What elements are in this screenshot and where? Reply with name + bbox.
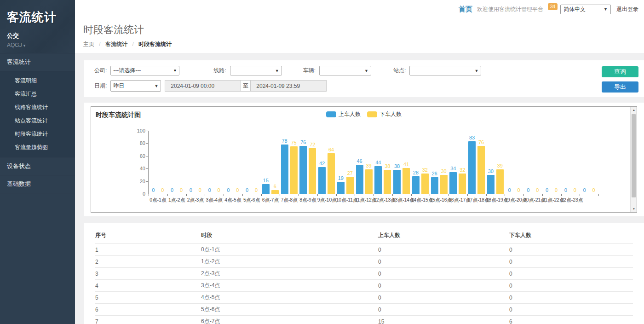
bar-wrap: 0 — [571, 187, 579, 194]
bar-下车人数[interactable] — [459, 174, 466, 194]
bar-上车人数[interactable] — [281, 145, 288, 194]
org-label: 公交 — [7, 32, 75, 40]
page-title: 时段客流统计 — [83, 23, 644, 37]
date-preset-select[interactable]: 昨日 ▼ — [110, 80, 161, 92]
breadcrumb: 主页 / 客流统计 / 时段客流统计 — [83, 40, 644, 48]
bar-value-label: 64 — [328, 147, 334, 152]
bar-上车人数[interactable] — [431, 177, 438, 194]
bar-上车人数[interactable] — [337, 182, 345, 194]
bar-下车人数[interactable] — [328, 153, 335, 194]
legend-item-下车人数[interactable]: 下车人数 — [367, 110, 402, 118]
bar-value-label: 6 — [274, 184, 276, 189]
cell-index: 6 — [95, 304, 201, 316]
bar-下车人数[interactable] — [346, 177, 354, 194]
bar-上车人数[interactable] — [393, 170, 401, 194]
chart-y-axis-line — [148, 131, 149, 194]
scroll-up-arrow-icon[interactable]: ▲ — [631, 107, 637, 113]
bar-value-label: 34 — [450, 166, 456, 171]
sidebar-item-客流明细[interactable]: 客流明细 — [0, 74, 75, 87]
breadcrumb-section[interactable]: 客流统计 — [105, 41, 127, 47]
sidebar-item-线路客流统计[interactable]: 线路客流统计 — [0, 101, 75, 114]
y-axis-tick-label: 0 — [127, 191, 145, 197]
bar-下车人数[interactable] — [496, 169, 504, 194]
breadcrumb-home[interactable]: 主页 — [83, 41, 94, 47]
bar-wrap: 0 — [206, 187, 213, 194]
table-header-row: 序号 时段 上车人数 下车人数 — [95, 228, 633, 244]
bar-下车人数[interactable] — [309, 148, 316, 194]
bar-上车人数[interactable] — [468, 141, 476, 194]
home-link[interactable]: 首页 — [459, 5, 472, 14]
bar-下车人数[interactable] — [402, 168, 410, 194]
chevron-down-icon: ▾ — [23, 43, 26, 48]
x-axis-label: 5点-6点 — [242, 197, 261, 203]
legend-item-上车人数[interactable]: 上车人数 — [326, 110, 361, 118]
x-axis-label: 2点-3点 — [186, 197, 205, 203]
scroll-down-arrow-icon[interactable]: ▼ — [631, 206, 637, 212]
org-code-text: AQGJ — [7, 42, 22, 48]
filter-row-2: 日期: 昨日 ▼ 2024-01-09 00:00 至 2024-01-09 2… — [94, 80, 644, 92]
bar-value-label: 0 — [199, 187, 201, 193]
scrollbar-thumb[interactable] — [632, 114, 636, 197]
bar-value-label: 76 — [478, 139, 484, 145]
bar-value-label: 76 — [300, 139, 306, 145]
date-start-input[interactable]: 2024-01-09 00:00 — [165, 80, 241, 92]
logout-link[interactable]: 退出登录 — [616, 6, 638, 13]
bar-上车人数[interactable] — [412, 176, 420, 194]
sidebar-section-device-status[interactable]: 设备状态 — [0, 157, 75, 175]
sidebar-section-passenger-stats[interactable]: 客流统计 — [0, 53, 75, 71]
bar-group-21点-22点: 00 — [542, 187, 561, 194]
bar-上车人数[interactable] — [374, 166, 382, 194]
y-axis-tick-mark — [146, 143, 148, 144]
legend-swatch-icon — [326, 111, 336, 117]
bar-wrap: 42 — [318, 161, 326, 194]
company-label: 公司: — [94, 67, 107, 75]
bar-下车人数[interactable] — [365, 169, 373, 194]
bar-group-6点-7点: 156 — [261, 178, 280, 194]
sidebar-section-base-data[interactable]: 基础数据 — [0, 175, 75, 193]
x-axis-tick-mark — [467, 194, 468, 196]
bar-group-19点-20点: 00 — [505, 187, 523, 194]
x-axis-label: 18点-19点 — [486, 197, 505, 203]
date-end-input[interactable]: 2024-01-09 23:59 — [250, 80, 327, 92]
bar-上车人数[interactable] — [449, 172, 457, 194]
notification-badge[interactable]: 34 — [548, 3, 558, 10]
company-select[interactable]: ---请选择--- ▼ — [110, 66, 179, 75]
x-axis-tick-mark — [374, 194, 374, 196]
bar-下车人数[interactable] — [290, 146, 298, 194]
bar-上车人数[interactable] — [318, 167, 326, 194]
line-select[interactable]: ▼ — [230, 66, 282, 75]
bar-上车人数[interactable] — [299, 146, 307, 194]
bar-下车人数[interactable] — [271, 190, 279, 194]
vehicle-select[interactable]: ▼ — [319, 66, 371, 75]
bar-下车人数[interactable] — [384, 170, 391, 194]
sidebar-item-客流汇总[interactable]: 客流汇总 — [0, 87, 75, 101]
org-code-dropdown[interactable]: AQGJ▾ — [7, 42, 75, 48]
query-button[interactable]: 查询 — [602, 66, 638, 77]
bar-上车人数[interactable] — [487, 175, 494, 194]
y-axis-tick-label: 100 — [127, 128, 145, 133]
bar-上车人数[interactable] — [262, 184, 270, 194]
chart-vertical-scrollbar[interactable]: ▲ ▼ — [630, 107, 637, 212]
export-button[interactable]: 导出 — [602, 81, 638, 93]
sidebar-item-站点客流统计[interactable]: 站点客流统计 — [0, 114, 75, 127]
bar-下车人数[interactable] — [477, 146, 485, 194]
page-header: 时段客流统计 主页 / 客流统计 / 时段客流统计 — [75, 18, 644, 53]
cell-boarding: 0 — [378, 280, 509, 292]
col-header-boarding: 上车人数 — [378, 228, 509, 244]
sidebar-item-时段客流统计[interactable]: 时段客流统计 — [0, 127, 75, 141]
station-label: 站点: — [393, 67, 406, 75]
cell-alighting: 0 — [509, 292, 633, 304]
x-axis-tick-mark — [167, 194, 168, 196]
sidebar-item-客流量趋势图[interactable]: 客流量趋势图 — [0, 141, 75, 154]
bar-上车人数[interactable] — [356, 165, 363, 194]
x-axis-tick-mark — [242, 194, 243, 196]
station-select[interactable]: ▼ — [409, 66, 481, 75]
cell-period: 5点-6点 — [201, 304, 378, 316]
topbar: 首页 欢迎使用客流统计管理平台 34 简体中文 ▼ 退出登录 — [75, 0, 644, 18]
bar-value-label: 38 — [394, 163, 400, 169]
x-axis-label: 1点-2点 — [167, 197, 186, 203]
language-select[interactable]: 简体中文 ▼ — [560, 5, 611, 14]
cell-period: 6点-7点 — [201, 316, 378, 324]
bar-下车人数[interactable] — [440, 175, 448, 194]
bar-下车人数[interactable] — [421, 174, 429, 194]
